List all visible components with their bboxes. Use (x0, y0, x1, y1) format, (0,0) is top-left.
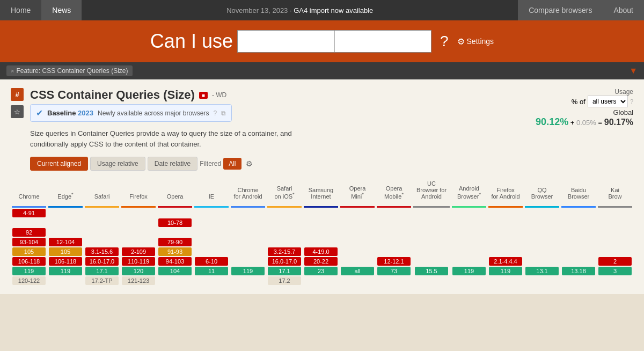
version-cell[interactable]: 120 (122, 267, 155, 275)
baseline-help-icon[interactable]: ? (213, 109, 217, 117)
table-cell[interactable]: 13.18 (560, 266, 597, 276)
table-cell[interactable]: 3.2-15.7 (266, 247, 303, 257)
tab-settings-icon[interactable]: ⚙ (246, 159, 253, 168)
version-cell[interactable]: all (341, 267, 374, 275)
table-cell[interactable]: 12-104 (47, 237, 84, 247)
table-cell[interactable]: 79-90 (157, 237, 193, 247)
version-cell[interactable]: 92 (12, 228, 46, 237)
tab-usage-relative[interactable]: Usage relative (90, 157, 145, 171)
version-cell[interactable]: 73 (377, 267, 411, 275)
table-cell[interactable]: 13.1 (524, 266, 560, 276)
version-cell[interactable]: 6-10 (195, 257, 228, 266)
settings-button[interactable]: ⚙ Settings (457, 36, 494, 47)
table-cell[interactable]: 16.0-17.0 (266, 257, 303, 266)
table-cell[interactable]: 119 (487, 266, 524, 276)
tab-all-button[interactable]: All (223, 158, 241, 170)
version-cell[interactable]: 121-123 (122, 276, 155, 285)
version-cell[interactable]: 12-12.1 (377, 257, 411, 266)
version-cell[interactable]: 104 (158, 267, 192, 275)
version-cell[interactable]: 4-91 (12, 209, 46, 217)
nav-about[interactable]: About (603, 0, 644, 20)
table-cell[interactable]: 119 (451, 266, 487, 276)
version-cell[interactable]: 13.1 (525, 267, 559, 275)
nav-news[interactable]: News (41, 0, 82, 20)
version-cell[interactable]: 110-119 (122, 257, 155, 266)
table-cell[interactable]: 4-19.0 (303, 247, 339, 257)
usage-users-select[interactable]: all users (588, 96, 628, 107)
version-cell[interactable]: 91-93 (158, 247, 192, 256)
table-cell[interactable]: 120-122 (11, 276, 47, 286)
version-cell[interactable]: 17.2 (268, 276, 301, 285)
version-cell[interactable]: 2.1-4.4.4 (489, 257, 522, 266)
version-cell[interactable]: 106-118 (12, 257, 46, 266)
version-cell[interactable]: 17.2-TP (85, 276, 119, 285)
version-cell[interactable]: 119 (49, 267, 82, 275)
version-cell[interactable]: 2 (598, 257, 632, 266)
version-cell[interactable]: 16.0-17.0 (268, 257, 301, 266)
search-input-primary[interactable] (238, 31, 334, 52)
table-cell[interactable]: 17.1 (84, 266, 120, 276)
table-cell[interactable]: 20-22 (303, 257, 339, 266)
table-cell[interactable]: 10-78 (157, 218, 193, 228)
table-cell[interactable]: 91-93 (157, 247, 193, 257)
version-cell[interactable]: 105 (49, 247, 82, 256)
table-cell[interactable]: 6-10 (193, 257, 230, 266)
feature-star-button[interactable]: ☆ (11, 105, 24, 118)
version-cell[interactable]: 3.1-15.6 (85, 247, 119, 256)
version-cell[interactable]: 20-22 (304, 257, 338, 266)
version-cell[interactable]: 17.1 (268, 267, 301, 275)
version-cell[interactable]: 119 (12, 267, 46, 275)
version-cell[interactable]: 119 (231, 267, 265, 275)
table-cell[interactable]: 104 (157, 266, 193, 276)
tab-date-relative[interactable]: Date relative (148, 157, 197, 171)
table-cell[interactable]: 73 (376, 266, 412, 276)
table-cell[interactable]: 11 (193, 266, 230, 276)
table-cell[interactable]: 119 (230, 266, 266, 276)
table-cell[interactable]: 120 (120, 266, 157, 276)
table-cell[interactable]: 2-109 (120, 247, 157, 257)
table-cell[interactable]: 12-12.1 (376, 257, 412, 266)
table-cell[interactable]: 92 (11, 228, 47, 237)
version-cell[interactable]: 3 (598, 267, 632, 275)
table-cell[interactable]: 4-91 (11, 208, 47, 218)
table-cell[interactable]: 106-118 (11, 257, 47, 266)
tab-current-aligned[interactable]: Current aligned (30, 157, 88, 171)
table-cell[interactable]: 17.2 (266, 276, 303, 286)
search-input-secondary[interactable] (334, 31, 431, 52)
table-cell[interactable]: 3.1-15.6 (84, 247, 120, 257)
nav-compare[interactable]: Compare browsers (518, 0, 603, 20)
version-cell[interactable]: 2-109 (122, 247, 155, 256)
table-cell[interactable]: 3 (597, 266, 633, 276)
tag-close-button[interactable]: × (11, 68, 14, 74)
version-cell[interactable]: 23 (304, 267, 338, 275)
version-cell[interactable]: 3.2-15.7 (268, 247, 301, 256)
version-cell[interactable]: 17.1 (85, 267, 119, 275)
table-cell[interactable]: 105 (11, 247, 47, 257)
version-cell[interactable]: 4-19.0 (304, 247, 338, 256)
version-cell[interactable]: 94-103 (158, 257, 192, 266)
version-cell[interactable]: 119 (452, 267, 486, 275)
version-cell[interactable]: 15.5 (415, 267, 448, 275)
table-cell[interactable]: 110-119 (120, 257, 157, 266)
table-cell[interactable]: 119 (47, 266, 84, 276)
table-cell[interactable]: 2 (597, 257, 633, 266)
table-cell[interactable]: 17.1 (266, 266, 303, 276)
table-cell[interactable]: 106-118 (47, 257, 84, 266)
table-cell[interactable]: 93-104 (11, 237, 47, 247)
version-cell[interactable]: 11 (195, 267, 228, 275)
usage-help-icon[interactable]: ? (630, 98, 633, 105)
version-cell[interactable]: 13.18 (562, 267, 595, 275)
baseline-copy-icon[interactable]: ⧉ (221, 109, 226, 117)
table-cell[interactable]: 16.0-17.0 (84, 257, 120, 266)
table-cell[interactable]: 94-103 (157, 257, 193, 266)
version-cell[interactable]: 79-90 (158, 238, 192, 246)
version-cell[interactable]: 10-78 (158, 218, 192, 227)
version-cell[interactable]: 119 (489, 267, 522, 275)
table-cell[interactable]: 23 (303, 266, 339, 276)
table-cell[interactable]: 119 (11, 266, 47, 276)
version-cell[interactable]: 93-104 (12, 238, 46, 246)
table-cell[interactable]: 2.1-4.4.4 (487, 257, 524, 266)
table-cell[interactable]: 105 (47, 247, 84, 257)
table-cell[interactable]: 121-123 (120, 276, 157, 286)
nav-home[interactable]: Home (0, 0, 41, 20)
